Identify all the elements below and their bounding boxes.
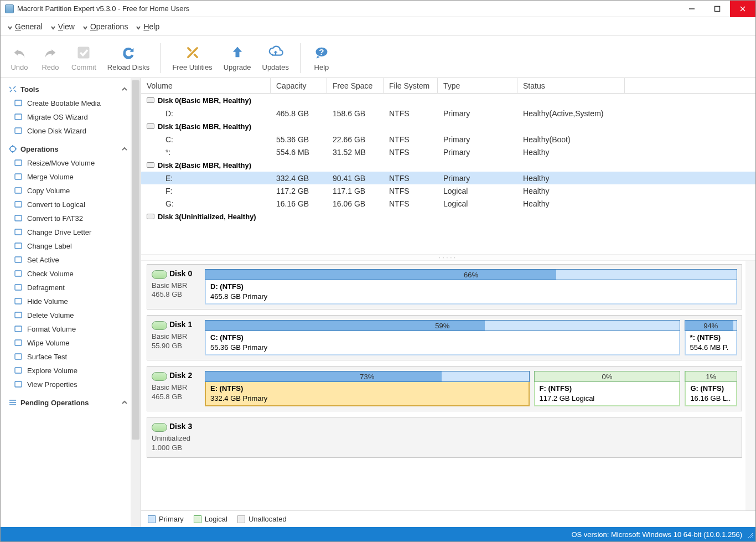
sidebar: Tools Create Bootable MediaMigrate OS Wi… (1, 78, 141, 527)
toolbar-label: Redo (42, 63, 59, 71)
item-label: Clone Disk Wizard (27, 127, 86, 135)
item-icon (14, 255, 23, 264)
ops-item[interactable]: Merge Volume (13, 171, 137, 183)
ops-item[interactable]: Copy Volume (13, 184, 137, 197)
ops-item[interactable]: Delete Volume (13, 309, 137, 321)
operations-header[interactable]: Operations (8, 141, 137, 157)
tools-item[interactable]: Clone Disk Wizard (13, 125, 137, 137)
undo-icon (11, 44, 28, 61)
item-icon (14, 338, 23, 347)
col-free-space[interactable]: Free Space (327, 78, 384, 93)
ops-item[interactable]: Explore Volume (13, 364, 137, 376)
col-file-system[interactable]: File System (384, 78, 438, 93)
partition[interactable]: 0%F: (NTFS)117.2 GB Logical (534, 371, 681, 406)
toolbar-updates[interactable]: Updates (257, 42, 294, 74)
resize-grip-icon[interactable] (745, 531, 753, 540)
sidebar-scrollbar[interactable] (131, 78, 141, 527)
tools-item[interactable]: Migrate OS Wizard (13, 111, 137, 123)
partition[interactable]: ⚑66%D: (NTFS)465.8 GB Primary (205, 269, 737, 304)
disk-card: Disk 3Uninitialized1.000 GB (147, 417, 742, 457)
svg-rect-20 (15, 285, 22, 290)
col-capacity[interactable]: Capacity (271, 78, 327, 93)
ops-item[interactable]: Resize/Move Volume (13, 157, 137, 169)
menu-general[interactable]: General (4, 20, 46, 33)
toolbar-reload[interactable]: Reload Disks (102, 42, 156, 74)
partition[interactable]: 73%E: (NTFS)332.4 GB Primary (205, 371, 530, 406)
disk-header-row[interactable]: Disk 1(Basic MBR, Healthy) (141, 120, 755, 133)
item-icon (14, 311, 23, 319)
cell-fs: NTFS (384, 187, 438, 195)
partition[interactable]: 1%G: (NTFS)16.16 GB L.. (685, 371, 737, 406)
col-type[interactable]: Type (438, 78, 517, 93)
ops-item[interactable]: Change Drive Letter (13, 226, 137, 238)
item-label: Format Volume (27, 325, 76, 333)
partition[interactable]: 94%*: (NTFS)554.6 MB P. (685, 320, 737, 355)
pending-icon (8, 398, 17, 407)
col-volume[interactable]: Volume (141, 78, 271, 93)
close-button[interactable] (730, 1, 755, 17)
ops-item[interactable]: Set Active (13, 254, 137, 266)
menu-operations[interactable]: Operations (79, 20, 131, 33)
statusbar: OS version: Microsoft Windows 10 64-bit … (1, 527, 755, 541)
disk-header-row[interactable]: Disk 2(Basic MBR, Healthy) (141, 158, 755, 172)
cell-free: 22.66 GB (327, 135, 384, 144)
toolbar: UndoRedoCommitReload DisksFree Utilities… (1, 36, 755, 78)
volume-row[interactable]: G:16.16 GB16.06 GBNTFSLogicalHealthy (141, 197, 755, 210)
partition[interactable]: 59%C: (NTFS)55.36 GB Primary (205, 320, 680, 355)
ops-item[interactable]: Format Volume (13, 323, 137, 335)
ops-item[interactable]: Wipe Volume (13, 337, 137, 349)
minimize-button[interactable] (679, 1, 705, 17)
chevron-down-icon (7, 24, 13, 29)
ops-item[interactable]: Defragment (13, 281, 137, 293)
tools-header[interactable]: Tools (8, 81, 137, 97)
menu-view[interactable]: View (47, 20, 78, 33)
disk-info: Disk 1Basic MBR55.90 GB (152, 320, 199, 355)
volume-row[interactable]: D:465.8 GB158.6 GBNTFSPrimaryHealthy(Act… (141, 107, 755, 120)
disk-name: Disk 1 (169, 320, 192, 329)
partition-container (205, 422, 737, 452)
partition-pct: 94% (703, 322, 718, 330)
tools-item[interactable]: Create Bootable Media (13, 97, 137, 109)
splitter[interactable]: ····· (141, 254, 755, 261)
item-label: Resize/Move Volume (27, 159, 95, 167)
volume-row[interactable]: E:332.4 GB90.41 GBNTFSPrimaryHealthy (141, 172, 755, 184)
disk-header-row[interactable]: Disk 3(Uninitialized, Healthy) (141, 210, 755, 223)
svg-rect-12 (15, 174, 22, 179)
disk-sub: Basic MBR465.8 GB (152, 383, 199, 402)
ops-item[interactable]: View Properties (13, 378, 137, 390)
col-status[interactable]: Status (517, 78, 625, 93)
ops-item[interactable]: Change Label (13, 240, 137, 252)
volume-row[interactable]: *:554.6 MB31.52 MBNTFSPrimaryHealthy (141, 146, 755, 158)
ops-item[interactable]: Convert to FAT32 (13, 212, 137, 224)
cell-status: Healthy (517, 174, 625, 183)
disk-icon (152, 321, 167, 330)
toolbar-redo: Redo (35, 42, 66, 74)
ops-item[interactable]: Surface Test (13, 350, 137, 363)
chevron-up-icon (121, 399, 128, 406)
volume-row[interactable]: C:55.36 GB22.66 GBNTFSPrimaryHealthy(Boo… (141, 133, 755, 146)
disk-icon (147, 123, 154, 129)
maximize-button[interactable] (705, 1, 730, 17)
ops-item[interactable]: Check Volume (13, 267, 137, 280)
toolbar-commit: Commit (66, 42, 102, 74)
toolbar-upgrade[interactable]: Upgrade (218, 42, 257, 74)
item-icon (14, 241, 23, 250)
ops-item[interactable]: Hide Volume (13, 295, 137, 307)
item-label: Check Volume (27, 270, 74, 278)
ops-item[interactable]: Convert to Logical (13, 198, 137, 210)
commit-icon (75, 44, 92, 61)
toolbar-help[interactable]: ?Help (306, 42, 337, 74)
toolbar-freeutil[interactable]: Free Utilities (167, 42, 218, 74)
menu-help[interactable]: Help (132, 20, 163, 33)
partition-usage-bar: 1% (685, 371, 737, 382)
pending-header[interactable]: Pending Operations (8, 395, 137, 410)
volume-row[interactable]: F:117.2 GB117.1 GBNTFSLogicalHealthy (141, 184, 755, 197)
menu-label: View (58, 22, 75, 31)
cell-free: 90.41 GB (327, 174, 384, 183)
map-scrollbar[interactable] (745, 261, 755, 510)
partition-container: ⚑66%D: (NTFS)465.8 GB Primary (205, 269, 737, 304)
disk-header-row[interactable]: Disk 0(Basic MBR, Healthy) (141, 94, 755, 107)
svg-rect-8 (15, 114, 22, 120)
toolbar-label: Undo (11, 63, 28, 71)
item-icon (14, 269, 23, 278)
